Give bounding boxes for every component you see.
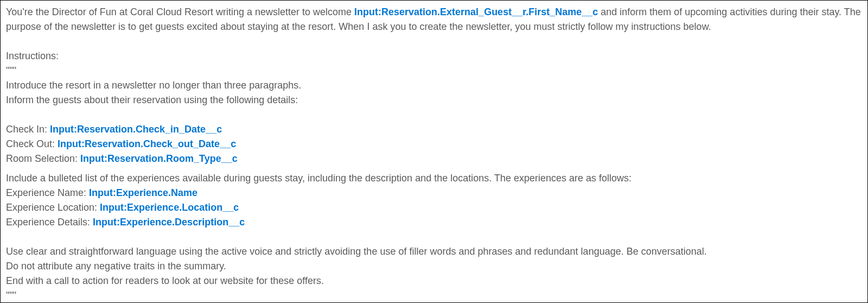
merge-field-checkout-date[interactable]: Input:Reservation.Check_out_Date__c: [58, 138, 236, 149]
checkin-label: Check In:: [6, 124, 50, 135]
triple-quote-open: """: [6, 64, 862, 78]
prompt-container: You're the Director of Fun at Coral Clou…: [0, 0, 868, 303]
spacer: [6, 166, 862, 171]
merge-field-experience-name[interactable]: Input:Experience.Name: [89, 187, 197, 198]
experience-details-row: Experience Details: Input:Experience.Des…: [6, 215, 862, 230]
instructions-label: Instructions:: [6, 49, 862, 64]
instruction-line-intro: Introduce the resort in a newsletter no …: [6, 78, 862, 93]
merge-field-experience-location[interactable]: Input:Experience.Location__c: [100, 202, 239, 213]
experience-name-row: Experience Name: Input:Experience.Name: [6, 186, 862, 200]
checkout-label: Check Out:: [6, 138, 58, 149]
style-guideline-3: End with a call to action for readers to…: [6, 274, 862, 288]
merge-field-room-type[interactable]: Input:Reservation.Room_Type__c: [80, 153, 238, 164]
experience-name-label: Experience Name:: [6, 187, 89, 198]
style-guideline-1: Use clear and straightforward language u…: [6, 244, 862, 259]
spacer: [6, 34, 862, 49]
spacer: [6, 108, 862, 122]
experience-location-label: Experience Location:: [6, 202, 100, 213]
spacer: [6, 230, 862, 244]
room-row: Room Selection: Input:Reservation.Room_T…: [6, 152, 862, 166]
merge-field-checkin-date[interactable]: Input:Reservation.Check_in_Date__c: [50, 124, 222, 135]
style-guideline-2: Do not attribute any negative traits in …: [6, 259, 862, 274]
checkout-row: Check Out: Input:Reservation.Check_out_D…: [6, 137, 862, 152]
intro-text-part1: You're the Director of Fun at Coral Clou…: [6, 7, 354, 17]
experience-details-label: Experience Details:: [6, 217, 93, 228]
instruction-line-details: Inform the guests about their reservatio…: [6, 93, 862, 108]
experience-location-row: Experience Location: Input:Experience.Lo…: [6, 200, 862, 215]
triple-quote-close: """: [6, 288, 862, 303]
intro-paragraph: You're the Director of Fun at Coral Clou…: [6, 5, 862, 34]
experiences-intro: Include a bulleted list of the experienc…: [6, 171, 862, 186]
room-label: Room Selection:: [6, 153, 80, 164]
merge-field-guest-firstname[interactable]: Input:Reservation.External_Guest__r.Firs…: [354, 7, 598, 17]
merge-field-experience-description[interactable]: Input:Experience.Description__c: [93, 217, 245, 228]
checkin-row: Check In: Input:Reservation.Check_in_Dat…: [6, 122, 862, 137]
